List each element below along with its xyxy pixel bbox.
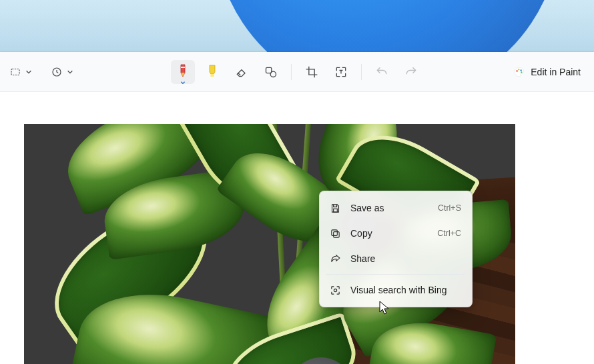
eraser-tool-button[interactable] (230, 60, 254, 84)
context-menu-share[interactable]: Share (324, 246, 468, 271)
toolbar-separator (361, 64, 362, 80)
highlighter-icon (206, 64, 219, 80)
context-menu-label: Copy (350, 228, 428, 239)
context-menu-label: Visual search with Bing (350, 285, 461, 295)
svg-rect-2 (181, 67, 185, 68)
clock-icon (51, 66, 63, 78)
delay-dropdown[interactable] (45, 60, 80, 84)
visual-search-icon (329, 284, 341, 296)
selection-mode-dropdown[interactable] (4, 60, 39, 84)
toolbar: Edit in Paint (0, 52, 594, 92)
eraser-icon (235, 65, 248, 79)
toolbar-separator (291, 64, 292, 80)
redo-icon (404, 65, 418, 79)
highlighter-tool-button[interactable] (200, 60, 224, 84)
ballpoint-pen-icon (176, 63, 190, 81)
svg-point-7 (518, 69, 519, 70)
shapes-icon (264, 65, 278, 79)
copy-icon (329, 227, 341, 239)
svg-rect-12 (331, 229, 337, 235)
svg-rect-3 (211, 74, 214, 77)
context-menu: Save as Ctrl+S Copy Ctrl+C Share (319, 191, 473, 307)
undo-button[interactable] (370, 60, 394, 84)
toolbar-center-group (171, 60, 423, 84)
save-icon (329, 202, 341, 214)
desktop-wallpaper (0, 0, 594, 52)
chevron-down-icon (180, 81, 186, 85)
svg-rect-10 (333, 209, 337, 212)
snipping-tool-window: Edit in Paint (0, 52, 594, 364)
paint-app-icon (513, 66, 525, 78)
text-actions-button[interactable] (329, 60, 353, 84)
context-menu-shortcut: Ctrl+S (438, 203, 461, 213)
shapes-tool-button[interactable] (259, 60, 283, 84)
edit-in-paint-button[interactable]: Edit in Paint (507, 60, 587, 84)
share-icon (329, 253, 341, 265)
undo-icon (375, 65, 388, 79)
svg-point-9 (521, 71, 523, 73)
pen-tool-button[interactable] (171, 60, 195, 84)
svg-rect-11 (333, 231, 339, 237)
chevron-down-icon (25, 69, 32, 75)
redo-button[interactable] (399, 60, 423, 84)
context-menu-copy[interactable]: Copy Ctrl+C (324, 221, 468, 246)
context-menu-label: Save as (350, 203, 428, 213)
context-menu-label: Share (350, 253, 461, 264)
context-menu-visual-search[interactable]: Visual search with Bing (324, 277, 468, 303)
windows-bloom-orb (214, 0, 561, 52)
edit-in-paint-label: Edit in Paint (531, 67, 581, 77)
canvas-area[interactable] (0, 92, 594, 364)
crop-icon (305, 65, 318, 79)
text-extract-icon (334, 65, 348, 79)
svg-point-8 (521, 69, 522, 71)
svg-point-13 (334, 289, 336, 291)
svg-point-5 (270, 71, 276, 77)
context-menu-shortcut: Ctrl+C (437, 229, 461, 238)
rectangle-select-icon (9, 66, 21, 78)
context-menu-separator (326, 274, 465, 275)
crop-tool-button[interactable] (300, 60, 324, 84)
context-menu-save-as[interactable]: Save as Ctrl+S (324, 195, 468, 221)
chevron-down-icon (67, 69, 73, 75)
toolbar-left-group (0, 60, 80, 84)
svg-rect-0 (11, 69, 19, 75)
svg-point-6 (517, 70, 518, 71)
toolbar-right-group: Edit in Paint (507, 60, 587, 84)
